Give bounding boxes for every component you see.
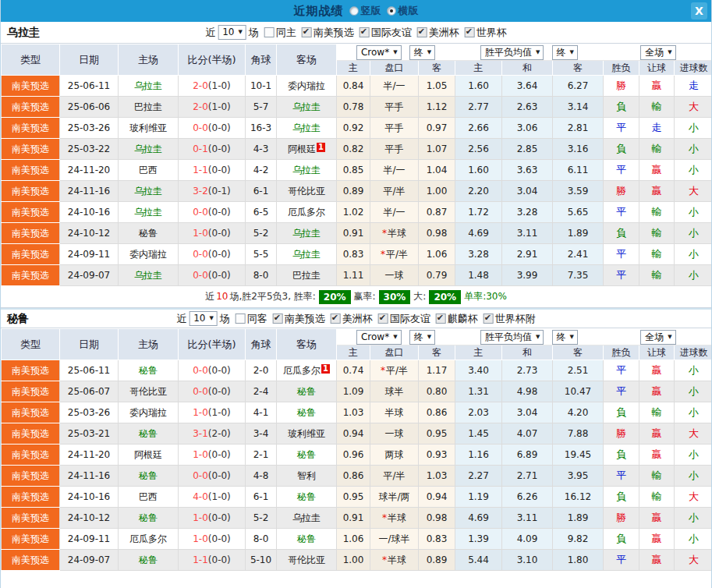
match-date: 24-10-16: [60, 487, 119, 508]
horizontal-layout-radio[interactable]: [387, 6, 396, 16]
goals-result: 小: [675, 223, 712, 244]
same-venue-checkbox[interactable]: [236, 313, 246, 324]
handicap-result: 贏: [639, 76, 675, 97]
wdl-result: 勝: [604, 76, 639, 97]
competition-label[interactable]: 美洲杯: [342, 312, 373, 326]
match-row: 南美预选24-10-16乌拉圭0-0(0-0)6-5厄瓜多尔1.02半/一0.8…: [2, 202, 712, 223]
handicap-result: 贏: [639, 550, 675, 571]
match-date: 24-09-11: [60, 244, 119, 265]
vertical-layout-label[interactable]: 竖版: [361, 4, 381, 18]
score: 2-0(1-0): [179, 97, 246, 118]
euro-away-odds: 2.41: [553, 244, 604, 265]
home-team: 秘鲁: [119, 466, 179, 487]
match-row: 南美预选25-03-22乌拉圭0-1(0-0)4-3阿根廷10.82平手1.07…: [2, 139, 712, 160]
competition-checkbox[interactable]: [360, 27, 370, 37]
handicap-result: 贏: [639, 445, 675, 466]
scope-select[interactable]: 全场▼: [640, 45, 675, 60]
competition-type: 南美预选: [2, 423, 60, 445]
competition-checkbox[interactable]: [273, 313, 283, 324]
euro-away-odds: 3.59: [553, 181, 604, 202]
recent-results-window: 近期战绩 竖版 横版 X 乌拉圭 近 10▼ 场 同主 南美预选国际友谊美洲杯世…: [0, 0, 712, 588]
competition-label[interactable]: 南美预选: [313, 26, 354, 40]
home-team: 委内瑞拉: [119, 402, 179, 423]
competition-label[interactable]: 麒麟杯: [448, 312, 478, 326]
col-header-date: 日期: [60, 329, 119, 360]
euro-home-odds: 1.48: [455, 265, 502, 286]
match-count-select[interactable]: 10▼: [189, 311, 218, 326]
match-row: 南美预选24-11-20阿根廷1-0(0-0)2-1秘鲁0.96两球0.931.…: [2, 445, 712, 466]
away-team: 乌拉圭: [277, 508, 337, 529]
uruguay-section-header: 乌拉圭 近 10▼ 场 同主 南美预选国际友谊美洲杯世界杯: [1, 22, 711, 44]
handicap-result: 輸: [639, 97, 675, 118]
chevron-down-icon: ▼: [536, 331, 540, 344]
goals-result: 小: [675, 139, 712, 160]
competition-label[interactable]: 国际友谊: [390, 312, 430, 326]
competition-label[interactable]: 南美预选: [285, 312, 325, 326]
close-button[interactable]: X: [691, 2, 707, 19]
single-rate-text: 单率:30%: [464, 290, 507, 303]
chevron-down-icon: ▼: [536, 46, 540, 59]
score: 0-0(0-0): [179, 265, 246, 286]
vertical-layout-radio[interactable]: [349, 6, 359, 16]
competition-type: 南美预选: [2, 265, 60, 286]
competition-checkbox[interactable]: [465, 27, 475, 37]
match-date: 24-11-16: [60, 466, 119, 487]
odds-stage-select[interactable]: 终▼: [409, 45, 435, 60]
asian-away-odds: 0.86: [419, 402, 455, 423]
corners: 5-7: [246, 97, 277, 118]
col-header-corner: 角球: [246, 329, 277, 360]
corners: 5-2: [246, 508, 277, 529]
euro-odds-select[interactable]: 胜平负均值▼: [480, 45, 544, 60]
competition-checkbox[interactable]: [417, 27, 427, 37]
result-group-header: 全场▼: [604, 44, 712, 61]
bookmaker-select[interactable]: Crow*▼: [356, 45, 402, 60]
wdl-result: 負: [604, 445, 639, 466]
bookmaker-select[interactable]: Crow*▼: [356, 330, 402, 345]
col-header-result-handicap: 让球: [639, 345, 675, 360]
away-team: 巴拉圭: [277, 265, 337, 286]
competition-label[interactable]: 世界杯附: [495, 312, 536, 326]
competition-label[interactable]: 美洲杯: [429, 26, 459, 40]
match-date: 25-03-26: [60, 118, 119, 139]
filter-bar: 近 10▼ 场 同主 南美预选国际友谊美洲杯世界杯: [205, 25, 507, 40]
corners: 3-4: [246, 423, 277, 445]
competition-checkbox[interactable]: [484, 313, 494, 324]
competition-label[interactable]: 国际友谊: [371, 26, 412, 40]
competition-checkbox[interactable]: [331, 313, 341, 324]
asian-handicap: *半球: [370, 508, 419, 529]
same-venue-label[interactable]: 同主: [276, 26, 296, 40]
col-header-home: 主场: [119, 329, 179, 360]
match-count-select[interactable]: 10▼: [218, 25, 246, 40]
col-header-asian-handicap: 盘口: [370, 61, 419, 76]
competition-label[interactable]: 世界杯: [476, 26, 507, 40]
euro-odds-group-header: 胜平负均值▼ 终▼: [455, 329, 604, 345]
col-header-asian-away: 客: [419, 61, 455, 76]
wdl-result: 平: [604, 466, 639, 487]
horizontal-layout-label[interactable]: 横版: [399, 4, 419, 18]
wdl-result: 負: [604, 529, 639, 550]
layout-radio-group: 竖版 横版: [344, 4, 419, 18]
euro-stage-select[interactable]: 终▼: [552, 330, 578, 345]
corners: 4-8: [246, 466, 277, 487]
asian-handicap: 平手: [370, 97, 419, 118]
col-header-score: 比分(半场): [179, 329, 246, 360]
euro-away-odds: 6.11: [553, 160, 604, 181]
competition-checkbox[interactable]: [378, 313, 388, 324]
same-venue-checkbox[interactable]: [264, 27, 275, 37]
live-star-icon: *: [382, 554, 387, 565]
competition-checkbox[interactable]: [436, 313, 446, 324]
uruguay-section: 乌拉圭 近 10▼ 场 同主 南美预选国际友谊美洲杯世界杯 类型 日期: [1, 22, 711, 308]
euro-draw-odds: 3.63: [502, 160, 553, 181]
competition-checkbox[interactable]: [302, 27, 312, 37]
scope-select[interactable]: 全场▼: [640, 330, 675, 345]
same-venue-label[interactable]: 同客: [247, 312, 267, 326]
match-row: 南美预选25-06-07哥伦比亚0-0(0-0)2-4秘鲁1.09球半0.801…: [2, 381, 712, 402]
euro-stage-select[interactable]: 终▼: [552, 45, 578, 60]
competition-type: 南美预选: [2, 118, 60, 139]
euro-away-odds: 1.80: [553, 550, 604, 571]
team-name: 乌拉圭: [7, 26, 40, 40]
odds-stage-select[interactable]: 终▼: [409, 330, 435, 345]
euro-home-odds: 1.16: [455, 445, 502, 466]
euro-odds-select[interactable]: 胜平负均值▼: [480, 330, 544, 345]
asian-home-odds: 0.83: [337, 244, 370, 265]
